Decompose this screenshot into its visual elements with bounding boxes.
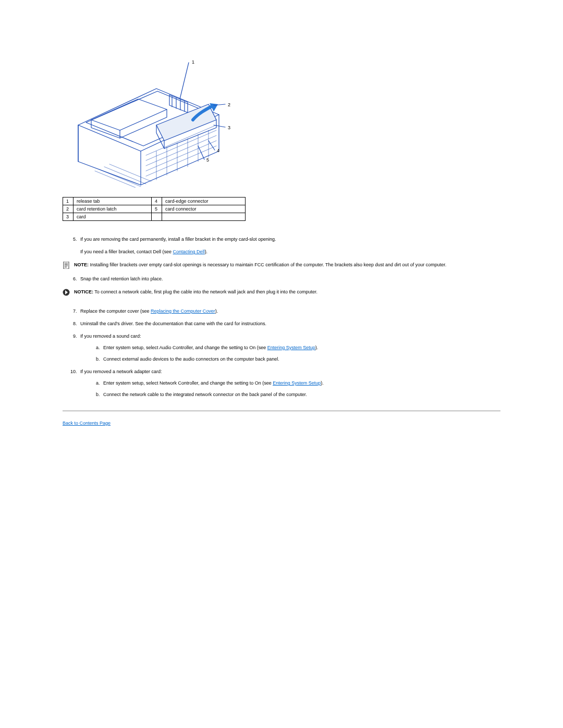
step-9-sublist: Enter system setup, select Audio Control…	[80, 345, 500, 362]
legend-num: 2	[63, 205, 74, 213]
step-9b: Connect external audio devices to the au…	[101, 356, 500, 362]
procedure-steps-6: Snap the card retention latch into place…	[63, 276, 500, 281]
step-text: Uninstall the card's driver. See the doc…	[80, 321, 266, 326]
legend-num: 3	[63, 213, 74, 221]
svg-rect-20	[64, 262, 69, 269]
note-label: NOTE:	[74, 262, 89, 267]
step-text: If you are removing the card permanently…	[80, 237, 276, 242]
step-10: If you removed a network adapter card: E…	[78, 369, 500, 397]
svg-line-3	[95, 171, 136, 188]
step-10b: Connect the network cable to the integra…	[101, 392, 500, 397]
callout-3: 3	[228, 125, 230, 130]
legend-num	[152, 213, 162, 221]
text: Enter system setup, select Audio Control…	[103, 345, 267, 350]
note-text: Installing filler brackets over empty ca…	[89, 262, 446, 267]
legend-num: 5	[152, 205, 162, 213]
legend-num: 1	[63, 198, 74, 205]
text: If you need a filler bracket, contact De…	[80, 249, 173, 254]
step-9a: Enter system setup, select Audio Control…	[101, 345, 500, 350]
procedure-steps-7to10: Replace the computer cover (see Replacin…	[63, 309, 500, 397]
diagram: 1 2 3 4 5	[63, 57, 240, 188]
entering-system-setup-link[interactable]: Entering System Setup	[267, 345, 315, 350]
text: ).	[315, 345, 319, 350]
legend-table: 1 release tab 4 card-edge connector 2 ca…	[63, 197, 246, 221]
legend-label: card-edge connector	[162, 198, 246, 205]
step-6: Snap the card retention latch into place…	[78, 276, 500, 281]
replacing-cover-link[interactable]: Replacing the Computer Cover	[151, 309, 215, 314]
notice-text: To connect a network cable, first plug t…	[93, 289, 317, 294]
callout-5: 5	[206, 157, 209, 163]
text: ).	[215, 309, 218, 314]
step-text: Connect the network cable to the integra…	[103, 392, 307, 397]
legend-label: card connector	[162, 205, 246, 213]
step-5: If you are removing the card permanently…	[78, 237, 500, 254]
step-5-subpara: If you need a filler bracket, contact De…	[80, 249, 500, 254]
legend-label	[162, 213, 246, 221]
callout-2: 2	[228, 102, 230, 107]
text: Enter system setup, select Network Contr…	[103, 380, 273, 386]
procedure-steps-5: If you are removing the card permanently…	[63, 237, 500, 254]
step-10a: Enter system setup, select Network Contr…	[101, 380, 500, 386]
back-to-contents-link[interactable]: Back to Contents Page	[63, 421, 111, 426]
note-block: NOTE: Installing filler brackets over em…	[63, 262, 500, 269]
svg-line-15	[180, 63, 189, 99]
svg-line-2	[109, 164, 151, 181]
table-row: 2 card retention latch 5 card connector	[63, 205, 246, 213]
svg-line-0	[99, 169, 141, 187]
step-9: If you removed a sound card: Enter syste…	[78, 334, 500, 362]
notice-block: NOTICE: To connect a network cable, firs…	[63, 289, 500, 296]
notice-icon	[63, 289, 70, 296]
step-8: Uninstall the card's driver. See the doc…	[78, 321, 500, 326]
svg-line-19	[198, 146, 204, 159]
callout-4: 4	[217, 148, 219, 153]
legend-label: release tab	[74, 198, 152, 205]
step-text: Snap the card retention latch into place…	[80, 276, 163, 281]
note-icon	[63, 262, 70, 269]
text: ).	[321, 380, 324, 386]
step-text: If you removed a sound card:	[80, 334, 141, 339]
legend-num: 4	[152, 198, 162, 205]
step-10-sublist: Enter system setup, select Network Contr…	[80, 380, 500, 397]
svg-line-18	[209, 141, 215, 150]
computer-card-diagram	[63, 57, 240, 188]
contacting-dell-link[interactable]: Contacting Dell	[173, 249, 205, 254]
step-text: If you removed a network adapter card:	[80, 369, 162, 374]
legend-label: card retention latch	[74, 205, 152, 213]
callout-1: 1	[192, 59, 194, 65]
svg-line-17	[214, 125, 225, 127]
legend-label: card	[74, 213, 152, 221]
section-divider	[63, 411, 500, 411]
notice-label: NOTICE:	[74, 289, 93, 294]
entering-system-setup-link[interactable]: Entering System Setup	[273, 380, 321, 386]
table-row: 3 card	[63, 213, 246, 221]
table-row: 1 release tab 4 card-edge connector	[63, 198, 246, 205]
text: Replace the computer cover (see	[80, 309, 151, 314]
step-text: Connect external audio devices to the au…	[103, 356, 279, 362]
text: ).	[205, 249, 208, 254]
step-7: Replace the computer cover (see Replacin…	[78, 309, 500, 314]
svg-line-1	[104, 167, 146, 184]
